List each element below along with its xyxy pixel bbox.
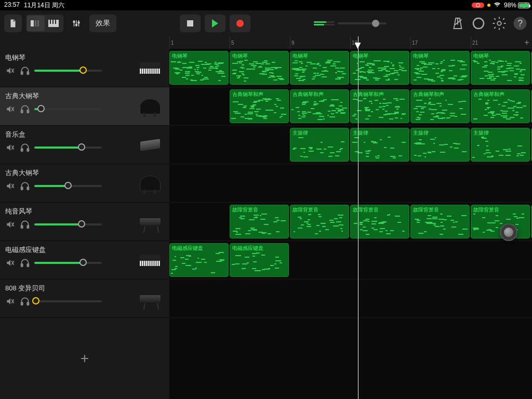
midi-region[interactable]: 主旋律 — [471, 128, 530, 162]
midi-region[interactable]: 主旋律 — [350, 128, 409, 162]
track-lane[interactable] — [169, 280, 532, 318]
midi-region[interactable]: 电磁感应键盘 — [230, 243, 289, 277]
midi-region[interactable]: 故障背景音 — [410, 205, 470, 238]
instrument-icon[interactable] — [136, 169, 164, 197]
view-mode-segment[interactable] — [26, 15, 63, 32]
master-volume[interactable] — [314, 21, 387, 25]
midi-region[interactable]: 古典钢琴和声 — [471, 89, 530, 123]
track-header[interactable]: 音乐盒 — [0, 126, 169, 164]
volume-knob[interactable] — [79, 259, 87, 266]
volume-knob[interactable] — [64, 182, 72, 189]
loop-button[interactable] — [471, 16, 486, 31]
record-button[interactable] — [230, 15, 250, 32]
track-header[interactable]: 电钢琴 — [0, 49, 169, 87]
mute-icon[interactable] — [5, 104, 16, 114]
track-header[interactable]: 808 变异贝司 — [0, 280, 169, 318]
track-header[interactable]: 古典大钢琴 — [0, 164, 169, 203]
midi-notes — [412, 137, 468, 160]
volume-knob[interactable] — [78, 220, 85, 228]
midi-region[interactable]: 电钢琴 — [230, 51, 289, 85]
mute-icon[interactable] — [5, 258, 16, 268]
volume-slider[interactable] — [34, 223, 102, 225]
mute-icon[interactable] — [5, 219, 16, 230]
timeline[interactable]: 159131721252933374145 + 电钢琴电钢琴电钢琴电钢琴电钢琴电… — [169, 36, 532, 399]
midi-region[interactable]: 电磁感应键盘 — [169, 243, 229, 277]
volume-knob[interactable] — [32, 297, 39, 304]
volume-slider[interactable] — [34, 147, 102, 149]
midi-region[interactable]: 主旋律 — [410, 128, 470, 162]
track-controls-button[interactable] — [68, 15, 85, 32]
instrument-icon[interactable] — [136, 92, 164, 121]
volume-knob[interactable] — [37, 105, 45, 112]
midi-region[interactable]: 古典钢琴和声 — [410, 89, 470, 123]
midi-region[interactable]: 电钢琴 — [290, 51, 349, 85]
midi-notes — [352, 214, 408, 237]
midi-region[interactable]: 故障背景音 — [230, 205, 289, 238]
tracks-view-button[interactable] — [27, 16, 45, 31]
status-date: 11月14日 周六 — [24, 1, 64, 10]
midi-region[interactable]: 故障背景音 — [290, 205, 349, 238]
track-header[interactable]: 古典大钢琴 — [0, 87, 169, 126]
headphones-icon[interactable] — [20, 104, 30, 114]
volume-knob[interactable] — [78, 143, 85, 151]
midi-region[interactable]: 主旋律 — [290, 128, 349, 162]
help-button[interactable]: ? — [512, 16, 528, 31]
track-lane[interactable]: 古典钢琴和声古典钢琴和声古典钢琴和声古典钢琴和声古典钢琴和声古典钢琴和声古典钢琴… — [169, 87, 532, 126]
track-lane[interactable]: 主旋律主旋律主旋律主旋律主旋律主旋律主旋律主旋律主旋律主旋律 — [169, 126, 532, 164]
midi-region[interactable]: 电钢琴 — [410, 51, 470, 85]
midi-region[interactable]: 古典钢琴和声 — [230, 89, 289, 123]
tracks-area[interactable]: 电钢琴电钢琴电钢琴电钢琴电钢琴电钢琴电钢琴电钢琴电钢琴电钢琴电钢琴电钢琴古典钢琴… — [169, 49, 532, 318]
instrument-icon[interactable] — [136, 246, 164, 274]
volume-slider[interactable] — [34, 70, 102, 72]
stop-button[interactable] — [180, 15, 201, 32]
volume-slider[interactable] — [34, 185, 102, 187]
volume-knob[interactable] — [79, 66, 87, 74]
mute-icon[interactable] — [5, 181, 16, 191]
volume-slider[interactable] — [34, 108, 102, 110]
headphones-icon[interactable] — [20, 219, 30, 230]
track-header[interactable]: 纯音风琴 — [0, 203, 169, 241]
playhead[interactable] — [358, 36, 358, 399]
add-track-button[interactable]: + — [0, 318, 169, 399]
play-button[interactable] — [205, 15, 225, 32]
floating-input-button[interactable] — [500, 223, 517, 241]
instrument-icon[interactable] — [136, 285, 164, 313]
headphones-icon[interactable] — [20, 181, 30, 191]
headphones-icon[interactable] — [20, 142, 30, 153]
volume-slider[interactable] — [34, 300, 102, 302]
keyboard-view-button[interactable] — [45, 16, 62, 31]
track-lane[interactable]: 电磁感应键盘电磁感应键盘 — [169, 241, 532, 280]
midi-region[interactable]: 故障背景音 — [350, 205, 409, 238]
midi-region[interactable]: 电钢琴 — [169, 51, 229, 85]
midi-region[interactable]: 古典钢琴和声 — [290, 89, 349, 123]
track-lane[interactable] — [169, 164, 532, 203]
headphones-icon[interactable] — [20, 296, 30, 307]
headphones-icon[interactable] — [20, 258, 30, 268]
midi-region[interactable]: 电钢琴 — [350, 51, 409, 85]
bar-ruler[interactable]: 159131721252933374145 — [169, 36, 532, 49]
svg-rect-20 — [27, 72, 29, 75]
master-volume-knob[interactable] — [372, 20, 379, 27]
instrument-icon[interactable] — [136, 208, 164, 236]
track-header[interactable]: 电磁感应键盘 — [0, 241, 169, 280]
fx-button[interactable]: 效果 — [89, 15, 116, 32]
volume-slider[interactable] — [34, 262, 102, 264]
mute-icon[interactable] — [5, 296, 16, 307]
midi-region[interactable]: 电钢琴 — [471, 51, 530, 85]
level-meter-icon — [314, 21, 335, 25]
midi-notes — [352, 98, 408, 122]
add-bars-button[interactable]: + — [522, 36, 532, 49]
mute-icon[interactable] — [5, 65, 16, 76]
headphones-icon[interactable] — [20, 65, 30, 76]
midi-region[interactable]: 古典钢琴和声 — [350, 89, 409, 123]
track-lane[interactable]: 电钢琴电钢琴电钢琴电钢琴电钢琴电钢琴电钢琴电钢琴电钢琴电钢琴电钢琴电钢琴 — [169, 49, 532, 87]
instrument-icon[interactable] — [136, 131, 164, 159]
screen-record-indicator[interactable] — [472, 3, 484, 8]
track-name: 纯音风琴 — [5, 207, 132, 216]
track-lane[interactable]: 故障背景音故障背景音故障背景音故障背景音故障背景音故障背景音故障背景音故障背景音… — [169, 203, 532, 241]
mute-icon[interactable] — [5, 142, 16, 153]
instrument-icon[interactable] — [136, 54, 164, 82]
metronome-button[interactable] — [450, 16, 466, 31]
settings-button[interactable] — [491, 16, 507, 31]
my-songs-button[interactable] — [4, 15, 22, 32]
